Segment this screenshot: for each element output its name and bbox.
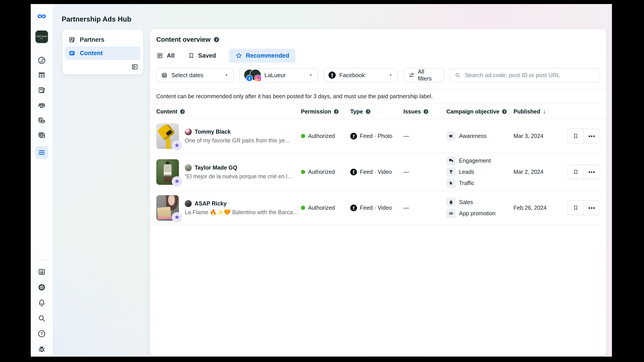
creator-name[interactable]: Tommy Black	[195, 128, 231, 135]
creator-name[interactable]: Taylor Made GQ	[195, 164, 237, 171]
creator-avatar	[185, 164, 192, 171]
meta-logo[interactable]: ∞	[31, 10, 53, 21]
published-date: Feb 26, 2024	[514, 204, 567, 211]
notifications-bell-icon[interactable]	[37, 298, 46, 307]
info-icon[interactable]: i	[180, 109, 185, 114]
info-icon[interactable]: i	[334, 109, 338, 114]
date-filter-label: Select dates	[171, 72, 204, 79]
nav-item-content[interactable]: Content	[65, 46, 140, 60]
table-header: Contenti Permissioni Typei Issuesi Campa…	[150, 104, 606, 119]
bug-report-icon[interactable]	[37, 345, 46, 354]
platform-filter-label: Facebook	[339, 72, 365, 79]
more-options-button[interactable]: •••	[584, 201, 600, 215]
billing-coins-icon[interactable]	[37, 116, 46, 125]
sales-bag-icon	[446, 198, 456, 207]
ellipsis-icon: •••	[588, 134, 595, 139]
sort-descending-icon: ↓	[543, 108, 546, 115]
objective-label: Sales	[459, 199, 473, 206]
search-icon[interactable]	[37, 314, 46, 323]
issues-value: —	[404, 204, 446, 211]
audience-people-icon[interactable]	[37, 101, 46, 110]
nav-panel: Partners Content	[62, 30, 143, 74]
all-filters-label: All filters	[418, 68, 439, 82]
table-row[interactable]: ★ Taylor Made GQ “El mejor de la nueva p…	[150, 153, 606, 191]
help-icon[interactable]: ?	[37, 329, 46, 338]
dashboard-gauge-icon[interactable]	[37, 56, 46, 65]
date-filter-dropdown[interactable]: Select dates	[156, 68, 234, 82]
calendar-icon	[161, 72, 168, 78]
all-filters-button[interactable]: All filters	[404, 68, 444, 82]
tab-label: Recommended	[246, 52, 289, 59]
svg-text:?: ?	[40, 332, 43, 336]
row-actions: •••	[567, 200, 600, 215]
save-content-button[interactable]	[568, 129, 584, 143]
authorized-status-dot	[301, 206, 305, 210]
more-options-button[interactable]: •••	[584, 165, 600, 179]
news-icon[interactable]	[37, 267, 46, 276]
ellipsis-icon: •••	[588, 205, 595, 210]
recommended-star-badge: ★	[172, 212, 182, 222]
post-thumbnail[interactable]: ★	[156, 159, 179, 185]
info-icon[interactable]: i	[366, 109, 370, 114]
column-header-permission: Permission	[301, 108, 331, 115]
column-header-published[interactable]: Published↓	[514, 108, 567, 115]
rail-top-items	[31, 56, 53, 159]
type-label: Feed · Video	[360, 169, 392, 175]
workspace-avatar-underline	[40, 38, 44, 39]
nav-item-partners[interactable]: Partners	[65, 33, 140, 46]
screen: ∞ LaLueur	[0, 0, 644, 362]
save-content-button[interactable]	[568, 201, 584, 215]
engagement-chat-icon	[446, 156, 456, 165]
workspace-avatar[interactable]: LaLueur	[36, 30, 48, 43]
info-icon[interactable]: i	[214, 37, 219, 42]
reports-pages-icon[interactable]	[37, 86, 46, 95]
menu-lines-icon[interactable]	[35, 146, 48, 159]
published-date: Mar 3, 2024	[514, 133, 567, 139]
objective-label: Leads	[459, 169, 474, 175]
tab-recommended[interactable]: Recommended	[229, 49, 296, 62]
instagram-badge-icon	[255, 75, 261, 81]
partnership-ads-hub-app: ∞ LaLueur	[31, 4, 612, 356]
post-thumbnail[interactable]: SPECIAL ★	[156, 195, 179, 221]
facebook-icon: f	[350, 204, 357, 211]
column-header-content: Content	[156, 108, 177, 115]
tab-all[interactable]: All	[156, 49, 175, 62]
save-content-button[interactable]	[568, 165, 584, 179]
tab-saved[interactable]: Saved	[188, 49, 216, 62]
table-row[interactable]: ★ Tommy Black One of my favorite GR pair…	[150, 119, 606, 153]
content-overview-card: Content overview i All Saved Recommended	[150, 29, 606, 356]
settings-gear-icon[interactable]	[37, 283, 46, 292]
search-field[interactable]	[450, 68, 600, 82]
objective-label: Engagement	[459, 158, 491, 164]
objective-label: Awareness	[459, 133, 486, 139]
ads-layers-icon[interactable]	[37, 131, 46, 140]
ellipsis-icon: •••	[588, 169, 595, 175]
account-avatars: f	[244, 70, 261, 81]
content-icon	[68, 49, 76, 57]
collapse-panel-icon[interactable]	[131, 63, 138, 71]
traffic-cursor-icon	[446, 178, 456, 188]
rail-divider	[36, 260, 48, 260]
platform-filter-dropdown[interactable]: f Facebook	[324, 68, 398, 82]
filter-bar: Select dates f LaLueur	[156, 68, 600, 89]
more-options-button[interactable]: •••	[584, 129, 600, 143]
bookmark-icon	[573, 205, 579, 211]
star-icon	[235, 52, 242, 59]
info-icon[interactable]: i	[424, 109, 428, 114]
account-filter-dropdown[interactable]: f LaLueur	[240, 68, 318, 82]
column-header-issues: Issues	[404, 108, 421, 115]
left-nav-rail: ∞ LaLueur	[31, 4, 53, 356]
post-thumbnail[interactable]: ★	[156, 123, 179, 149]
authorized-status-dot	[301, 134, 305, 138]
info-icon[interactable]: i	[502, 109, 507, 114]
post-caption: “El mejor de la nueva porque me crié en …	[185, 173, 293, 180]
search-input[interactable]	[464, 72, 595, 79]
creator-name[interactable]: ASAP Ricky	[195, 200, 227, 207]
recommended-star-badge: ★	[172, 140, 182, 151]
table-row[interactable]: SPECIAL ★ ASAP Ricky La Flame 🔥✨🧡 Balent…	[150, 191, 606, 225]
type-label: Feed · Photo	[360, 133, 392, 139]
data-table-icon[interactable]	[37, 71, 46, 80]
objective-label: Traffic	[459, 180, 474, 186]
facebook-icon: f	[328, 72, 336, 79]
thumbnail-overlay-text: SPECIAL	[158, 216, 172, 220]
